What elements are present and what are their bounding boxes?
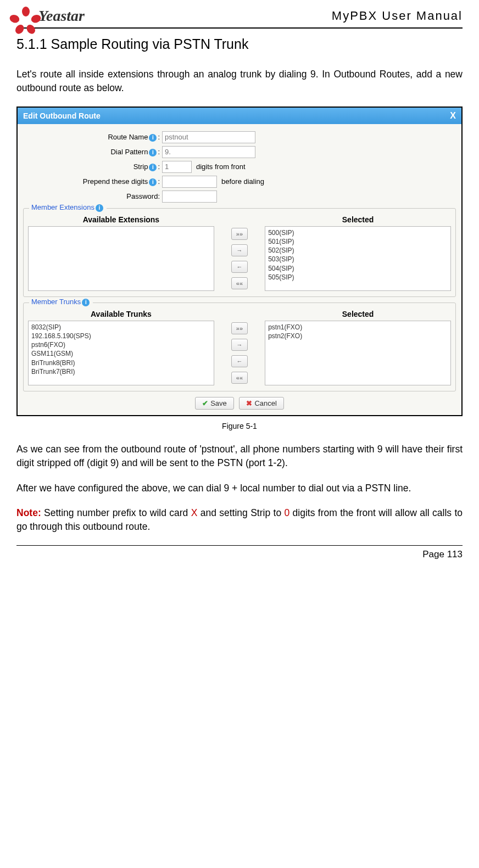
list-item[interactable]: 192.168.5.190(SPS): [31, 332, 211, 340]
strip-label: Stripi:: [22, 163, 162, 171]
available-trunks-list[interactable]: 8032(SIP)192.168.5.190(SPS)pstn6(FXO)GSM…: [28, 321, 214, 385]
prepend-suffix: before dialing: [221, 177, 264, 186]
list-item[interactable]: 500(SIP): [268, 228, 448, 237]
list-item[interactable]: GSM11(GSM): [31, 349, 211, 358]
paragraph-3: After we have configured the above, we c…: [16, 481, 463, 495]
logo-text: Yeastar: [38, 7, 85, 25]
move-right-button[interactable]: →: [231, 244, 248, 256]
paragraph-2: As we can see from the outbound route of…: [16, 443, 463, 471]
info-icon[interactable]: i: [149, 134, 157, 142]
list-item[interactable]: 503(SIP): [268, 255, 448, 264]
cross-icon: ✖: [246, 399, 252, 407]
dial-pattern-label: Dial Patterni:: [22, 148, 162, 156]
list-item[interactable]: 501(SIP): [268, 237, 448, 246]
prepend-input[interactable]: [162, 176, 217, 188]
route-name-input[interactable]: [162, 131, 255, 143]
info-icon[interactable]: i: [149, 164, 157, 171]
info-icon[interactable]: i: [149, 149, 157, 156]
selected-extensions-header: Selected: [265, 215, 451, 224]
move-left-button[interactable]: ←: [231, 261, 248, 273]
selected-trunks-list[interactable]: pstn1(FXO)pstn2(FXO): [265, 321, 451, 385]
figure-frame: Edit Outbound Route X Route Namei: Dial …: [16, 107, 463, 416]
available-extensions-header: Available Extensions: [28, 215, 214, 224]
prepend-label: Prepend these digitsi:: [22, 177, 162, 186]
header-rule: [16, 27, 463, 29]
list-item[interactable]: BriTrunk8(BRI): [31, 359, 211, 367]
route-name-label: Route Namei:: [22, 133, 162, 142]
logo: Yeastar: [16, 7, 85, 25]
strip-input[interactable]: [162, 161, 192, 173]
note-strip-zero: 0: [285, 507, 290, 518]
move-all-left-button[interactable]: ««: [231, 372, 248, 384]
info-icon[interactable]: i: [82, 299, 90, 306]
note-wildcard-x: X: [191, 507, 198, 518]
list-item[interactable]: 504(SIP): [268, 264, 448, 273]
save-button[interactable]: ✔Save: [195, 397, 234, 410]
member-extensions-legend: Member Extensions: [31, 203, 94, 211]
list-item[interactable]: 505(SIP): [268, 273, 448, 282]
member-trunks-legend: Member Trunks: [31, 298, 81, 306]
list-item[interactable]: BriTrunk7(BRI): [31, 367, 211, 376]
selected-extensions-list[interactable]: 500(SIP)501(SIP)502(SIP)503(SIP)504(SIP)…: [265, 226, 451, 291]
list-item[interactable]: pstn1(FXO): [268, 323, 448, 332]
available-extensions-list[interactable]: [28, 226, 214, 291]
list-item[interactable]: pstn2(FXO): [268, 332, 448, 340]
intro-paragraph: Let's route all inside extensions throug…: [16, 68, 463, 96]
logo-icon: [16, 7, 35, 25]
note-prefix: Note:: [16, 507, 41, 518]
password-input[interactable]: [162, 191, 217, 203]
password-label: Password:: [22, 192, 162, 200]
dial-pattern-input[interactable]: [162, 146, 255, 158]
section-heading: 5.1.1 Sample Routing via PSTN Trunk: [16, 36, 463, 52]
page-number: Page 113: [16, 549, 463, 560]
cancel-label: Cancel: [254, 399, 276, 407]
figure-caption: Figure 5-1: [16, 422, 463, 430]
list-item[interactable]: pstn6(FXO): [31, 340, 211, 349]
info-icon[interactable]: i: [149, 178, 157, 186]
move-all-right-button[interactable]: »»: [231, 322, 248, 334]
document-title: MyPBX User Manual: [332, 9, 463, 23]
page-header: Yeastar MyPBX User Manual: [16, 7, 463, 26]
info-icon[interactable]: i: [96, 204, 103, 212]
member-trunks-group: Member Trunksi Available Trunks Selected…: [23, 303, 456, 391]
member-extensions-group: Member Extensionsi Available Extensions …: [23, 208, 456, 297]
move-right-button[interactable]: →: [231, 339, 248, 351]
move-all-left-button[interactable]: ««: [231, 277, 248, 289]
modal-title-text: Edit Outbound Route: [23, 111, 101, 120]
strip-suffix: digits from front: [196, 163, 246, 171]
move-left-button[interactable]: ←: [231, 355, 248, 367]
modal-titlebar: Edit Outbound Route X: [18, 108, 461, 124]
move-all-right-button[interactable]: »»: [231, 228, 248, 240]
note-paragraph: Note: Setting number prefix to wild card…: [16, 506, 463, 534]
modal-body: Route Namei: Dial Patterni: Stripi: digi…: [18, 124, 461, 415]
list-item[interactable]: 502(SIP): [268, 246, 448, 255]
cancel-button[interactable]: ✖Cancel: [239, 397, 283, 410]
check-icon: ✔: [202, 399, 208, 407]
footer-rule: [16, 545, 463, 546]
list-item[interactable]: 8032(SIP): [31, 323, 211, 332]
selected-trunks-header: Selected: [265, 310, 451, 318]
save-label: Save: [210, 399, 227, 407]
available-trunks-header: Available Trunks: [28, 310, 214, 318]
close-icon[interactable]: X: [450, 111, 456, 121]
